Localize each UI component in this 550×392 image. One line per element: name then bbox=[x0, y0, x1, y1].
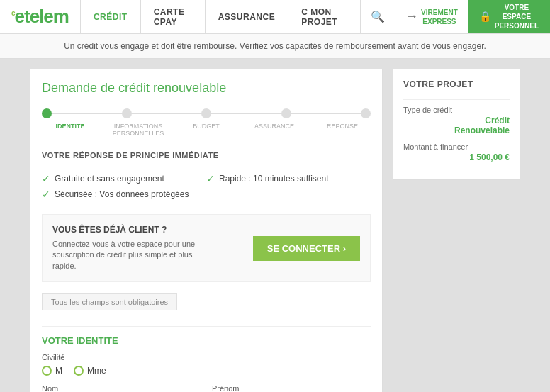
label-reponse: RÉPONSE bbox=[314, 123, 371, 137]
espace-label: VOTRE ESPACEPERSONNEL bbox=[495, 3, 539, 30]
step-info-perso bbox=[122, 108, 132, 118]
radio-mme-circle[interactable] bbox=[74, 366, 84, 376]
identity-section-title: VOTRE IDENTITE bbox=[42, 335, 371, 346]
sidebar-type-value: CréditRenouvelable bbox=[403, 116, 510, 135]
espace-personnel-button[interactable]: 🔒 VOTRE ESPACEPERSONNEL bbox=[468, 0, 550, 33]
nom-group: Nom bbox=[42, 384, 201, 392]
benefit-2: ✓ Rapide : 10 minutes suffisent bbox=[206, 173, 371, 184]
sidebar-row-type: Type de crédit CréditRenouvelable bbox=[403, 106, 510, 135]
client-text-area: VOUS ÊTES DÉJÀ CLIENT ? Connectez-vous à… bbox=[52, 225, 253, 271]
sidebar-type-label: Type de crédit bbox=[403, 106, 510, 114]
main-container: Demande de crédit renouvelable IDENTITÉ … bbox=[20, 59, 530, 392]
logo-area: cetelem bbox=[0, 0, 80, 33]
radio-mme-label: Mme bbox=[87, 366, 106, 376]
response-section-title: VOTRE RÉPONSE DE PRINCIPE IMMÉDIATE bbox=[42, 151, 371, 164]
nav-item-credit[interactable]: CRÉDIT bbox=[80, 0, 140, 33]
benefit-3: ✓ Sécurisée : Vos données protégées bbox=[42, 189, 206, 200]
right-sidebar: VOTRE PROJET Type de crédit CréditRenouv… bbox=[393, 69, 520, 180]
identity-section: VOTRE IDENTITE Civilité M Mme bbox=[42, 326, 371, 392]
virement-express-button[interactable]: → VIREMENTEXPRESS bbox=[395, 0, 468, 33]
fields-notice: Tous les champs sont obligatoires bbox=[42, 293, 177, 310]
check-icon-3: ✓ bbox=[42, 189, 50, 200]
header: cetelem CRÉDIT CARTE CPAY ASSURANCE C MO… bbox=[0, 0, 550, 34]
nav-item-c-mon-projet[interactable]: C MON PROJET bbox=[288, 0, 360, 33]
virement-label: VIREMENTEXPRESS bbox=[421, 8, 458, 26]
label-info-perso: INFORMATIONSPERSONNELLES bbox=[110, 123, 167, 137]
prenom-group: Prénom bbox=[212, 384, 371, 392]
page-title: Demande de crédit renouvelable bbox=[42, 81, 371, 96]
sidebar-title: VOTRE PROJET bbox=[403, 79, 510, 89]
logo: cetelem bbox=[11, 6, 69, 28]
lock-icon: 🔒 bbox=[479, 10, 491, 23]
page-wrapper: cetelem CRÉDIT CARTE CPAY ASSURANCE C MO… bbox=[0, 0, 550, 392]
sidebar-row-montant: Montant à financer 1 500,00 € bbox=[403, 142, 510, 162]
progress-bar bbox=[42, 108, 371, 118]
label-budget: BUDGET bbox=[178, 123, 235, 137]
benefit-text-1: Gratuite et sans engagement bbox=[55, 174, 164, 184]
civilite-label: Civilité bbox=[42, 353, 371, 362]
benefit-1: ✓ Gratuite et sans engagement bbox=[42, 173, 206, 184]
step-assurance bbox=[281, 108, 291, 118]
progress-steps bbox=[42, 108, 371, 118]
step-reponse bbox=[361, 108, 371, 118]
prenom-label: Prénom bbox=[212, 384, 371, 392]
radio-m[interactable]: M bbox=[42, 366, 62, 376]
info-banner: Un crédit vous engage et doit être rembo… bbox=[0, 34, 550, 59]
left-content: Demande de crédit renouvelable IDENTITÉ … bbox=[30, 69, 383, 392]
benefits-grid: ✓ Gratuite et sans engagement ✓ Rapide :… bbox=[42, 173, 371, 200]
search-icon[interactable]: 🔍 bbox=[360, 0, 395, 33]
step-budget bbox=[201, 108, 211, 118]
sidebar-divider-1 bbox=[403, 99, 510, 100]
virement-arrow: → bbox=[405, 9, 418, 25]
progress-labels: IDENTITÉ INFORMATIONSPERSONNELLES BUDGET… bbox=[42, 123, 371, 137]
check-icon-2: ✓ bbox=[206, 173, 215, 184]
benefit-text-3: Sécurisée : Vos données protégées bbox=[55, 189, 189, 199]
banner-text: Un crédit vous engage et doit être rembo… bbox=[64, 41, 486, 51]
client-section: VOUS ÊTES DÉJÀ CLIENT ? Connectez-vous à… bbox=[42, 214, 371, 282]
nom-label: Nom bbox=[42, 384, 201, 392]
radio-mme[interactable]: Mme bbox=[74, 366, 106, 376]
response-section: VOTRE RÉPONSE DE PRINCIPE IMMÉDIATE ✓ Gr… bbox=[42, 151, 371, 200]
nav-item-carte-cpay[interactable]: CARTE CPAY bbox=[140, 0, 205, 33]
civilite-radio-group: M Mme bbox=[42, 366, 371, 376]
client-title: VOUS ÊTES DÉJÀ CLIENT ? bbox=[52, 225, 253, 235]
client-desc: Connectez-vous à votre espace pour une s… bbox=[52, 239, 208, 271]
label-assurance: ASSURANCE bbox=[246, 123, 303, 137]
nav-items: CRÉDIT CARTE CPAY ASSURANCE C MON PROJET… bbox=[80, 0, 550, 33]
benefit-text-2: Rapide : 10 minutes suffisent bbox=[219, 174, 329, 184]
nav-item-assurance[interactable]: ASSURANCE bbox=[205, 0, 288, 33]
step-identite bbox=[42, 108, 52, 118]
sidebar-montant-label: Montant à financer bbox=[403, 142, 510, 151]
radio-m-label: M bbox=[55, 366, 62, 376]
check-icon-1: ✓ bbox=[42, 173, 50, 184]
label-identite: IDENTITÉ bbox=[42, 123, 99, 137]
nom-prenom-row: Nom Prénom bbox=[42, 384, 371, 392]
sidebar-montant-value: 1 500,00 € bbox=[403, 152, 510, 162]
connect-button[interactable]: SE CONNECTER › bbox=[253, 236, 360, 261]
radio-m-circle[interactable] bbox=[42, 366, 52, 376]
